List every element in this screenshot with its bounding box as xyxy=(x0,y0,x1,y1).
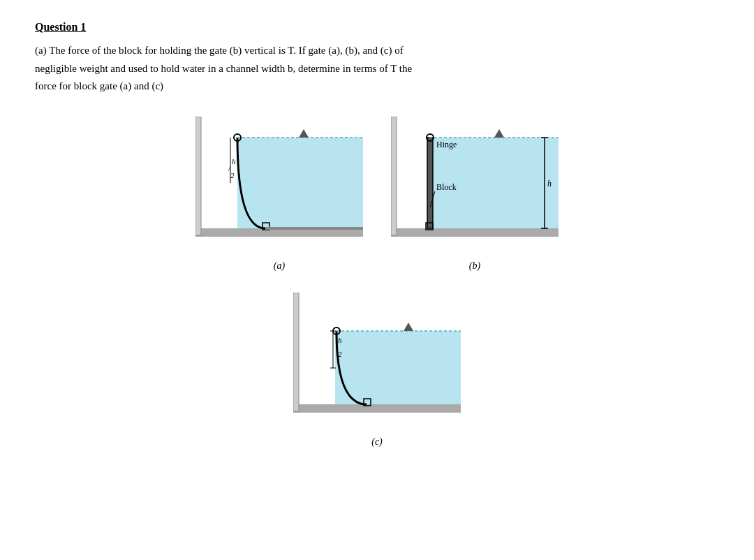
svg-rect-15 xyxy=(427,138,433,228)
svg-rect-28 xyxy=(335,331,461,404)
diagrams-bottom-row: h / 2 (c) xyxy=(35,293,719,448)
svg-text:h: h xyxy=(232,157,236,165)
svg-rect-0 xyxy=(237,138,363,228)
svg-text:2: 2 xyxy=(338,350,342,358)
text-line2: negligible weight and used to hold water… xyxy=(35,60,719,78)
svg-rect-14 xyxy=(391,228,559,237)
svg-rect-29 xyxy=(293,404,461,413)
svg-marker-19 xyxy=(494,129,504,138)
question-title: Question 1 xyxy=(35,21,719,34)
svg-rect-5 xyxy=(265,227,363,230)
diagram-b: h Hinge Block (b) xyxy=(391,117,559,272)
text-line3: force for block gate (a) and (c) xyxy=(35,78,719,96)
svg-text:h: h xyxy=(338,336,342,344)
svg-marker-7 xyxy=(299,129,309,138)
text-line1: (a) The force of the block for holding t… xyxy=(35,42,719,60)
svg-text:Hinge: Hinge xyxy=(436,140,457,149)
diagrams-top-row: h / 2 (a) h xyxy=(35,117,719,272)
svg-text:h: h xyxy=(547,179,552,189)
diagram-b-label: (b) xyxy=(469,260,480,272)
svg-text:Block: Block xyxy=(436,182,457,192)
diagram-a: h / 2 (a) xyxy=(195,117,363,272)
svg-rect-40 xyxy=(293,293,299,411)
svg-marker-33 xyxy=(404,323,413,331)
svg-rect-12 xyxy=(195,117,201,235)
diagram-c-label: (c) xyxy=(371,436,383,448)
diagram-a-label: (a) xyxy=(274,260,285,272)
question-text: (a) The force of the block for holding t… xyxy=(35,42,719,96)
diagram-c: h / 2 (c) xyxy=(293,293,461,448)
svg-rect-27 xyxy=(391,117,397,235)
svg-text:2: 2 xyxy=(230,171,235,179)
